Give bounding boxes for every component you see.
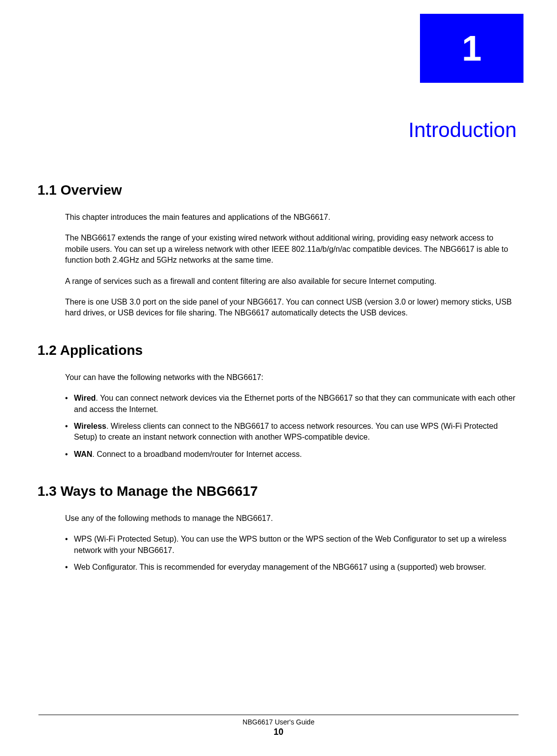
bullet-wireless: • Wireless. Wireless clients can connect…: [65, 421, 518, 443]
bullet-wps-text: WPS (Wi-Fi Protected Setup). You can use…: [74, 534, 518, 556]
section-heading-applications: 1.2 Applications: [37, 343, 518, 358]
applications-bullet-list: • Wired. You can connect network devices…: [65, 393, 518, 460]
bullet-wan-label: WAN: [74, 450, 92, 458]
section-overview: 1.1 Overview This chapter introduces the…: [37, 182, 518, 319]
overview-paragraph-2: The NBG6617 extends the range of your ex…: [65, 233, 518, 266]
bullet-wireless-label: Wireless: [74, 422, 106, 430]
section-manage: 1.3 Ways to Manage the NBG6617 Use any o…: [37, 483, 518, 573]
page-footer: NBG6617 User's Guide 10: [0, 715, 557, 737]
overview-paragraph-3: A range of services such as a firewall a…: [65, 276, 518, 287]
applications-paragraph-1: Your can have the following networks wit…: [65, 372, 518, 383]
bullet-wan-text: . Connect to a broadband modem/router fo…: [92, 450, 302, 458]
bullet-marker: •: [65, 562, 74, 573]
bullet-marker: •: [65, 393, 74, 415]
manage-bullet-list: • WPS (Wi-Fi Protected Setup). You can u…: [65, 534, 518, 573]
chapter-number-box: 1: [420, 14, 523, 83]
overview-paragraph-1: This chapter introduces the main feature…: [65, 212, 518, 223]
bullet-wps: • WPS (Wi-Fi Protected Setup). You can u…: [65, 534, 518, 556]
bullet-webconfig: • Web Configurator. This is recommended …: [65, 562, 518, 573]
bullet-marker: •: [65, 449, 74, 460]
footer-divider: [38, 715, 519, 715]
bullet-wired: • Wired. You can connect network devices…: [65, 393, 518, 415]
section-applications: 1.2 Applications Your can have the follo…: [37, 343, 518, 460]
bullet-marker: •: [65, 534, 74, 556]
page-number: 10: [0, 727, 557, 737]
section-heading-manage: 1.3 Ways to Manage the NBG6617: [37, 483, 518, 499]
page-content: 1.1 Overview This chapter introduces the…: [37, 182, 518, 597]
bullet-wired-text: . You can connect network devices via th…: [74, 394, 515, 413]
bullet-wan: • WAN. Connect to a broadband modem/rout…: [65, 449, 518, 460]
footer-guide-name: NBG6617 User's Guide: [0, 718, 557, 726]
bullet-wan-content: WAN. Connect to a broadband modem/router…: [74, 449, 518, 460]
manage-paragraph-1: Use any of the following methods to mana…: [65, 513, 518, 524]
bullet-marker: •: [65, 421, 74, 443]
bullet-webconfig-text: Web Configurator. This is recommended fo…: [74, 562, 518, 573]
bullet-wired-label: Wired: [74, 394, 96, 402]
bullet-wireless-content: Wireless. Wireless clients can connect t…: [74, 421, 518, 443]
section-heading-overview: 1.1 Overview: [37, 182, 518, 198]
overview-paragraph-4: There is one USB 3.0 port on the side pa…: [65, 297, 518, 319]
chapter-number: 1: [462, 28, 482, 69]
bullet-wireless-text: . Wireless clients can connect to the NB…: [74, 422, 498, 441]
bullet-wired-content: Wired. You can connect network devices v…: [74, 393, 518, 415]
chapter-title: Introduction: [409, 118, 517, 142]
